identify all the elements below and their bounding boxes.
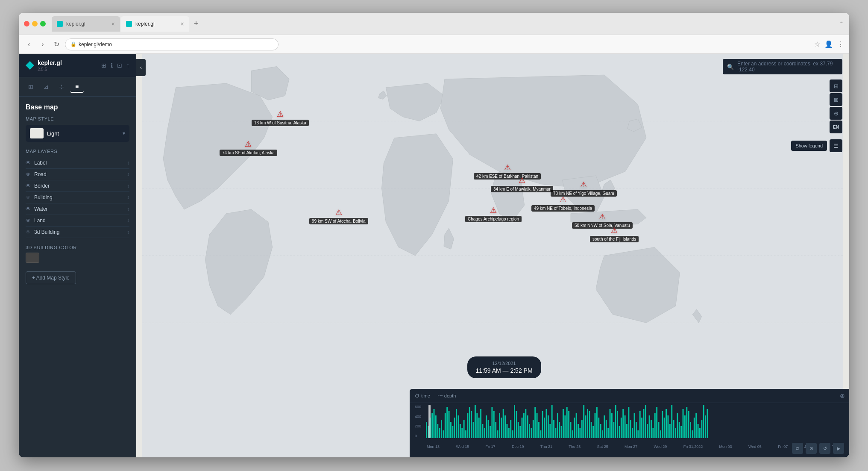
copy-icon[interactable]: ⊡	[117, 62, 122, 69]
legend-toggle-button[interactable]: ☰	[830, 139, 842, 152]
speed-button[interactable]: ⧉	[792, 443, 803, 454]
svg-rect-52	[512, 430, 513, 438]
tab-basemap[interactable]: ≡	[70, 81, 84, 93]
date-label-10: Mon 03	[719, 445, 732, 449]
layer-action-water[interactable]: ↕	[127, 206, 129, 212]
back-button[interactable]: ‹	[24, 41, 34, 48]
map-style-label: Map Style	[26, 116, 129, 121]
svg-rect-84	[572, 430, 573, 438]
svg-rect-81	[566, 407, 568, 438]
layer-eye-road[interactable]: 👁	[26, 171, 31, 177]
map-area[interactable]: ‹	[136, 54, 849, 457]
tab-close-2[interactable]: ×	[181, 21, 184, 27]
tab-close-1[interactable]: ×	[111, 21, 115, 27]
layer-action-3d-building[interactable]: ↕	[127, 229, 129, 235]
svg-rect-65	[537, 413, 538, 438]
layer-eye-border[interactable]: 👁	[26, 183, 31, 189]
layer-action-road[interactable]: ↕	[127, 171, 129, 177]
play-button[interactable]: ▶	[833, 443, 844, 454]
new-tab-button[interactable]: +	[190, 18, 202, 30]
grid-icon[interactable]: ⊞	[101, 62, 106, 69]
svg-rect-44	[497, 430, 499, 438]
clock-icon: ⏱	[415, 393, 419, 398]
close-traffic-light[interactable]	[24, 21, 29, 26]
earthquake-label-1: 74 km SE of Akutan, Alaska	[220, 150, 277, 156]
svg-rect-17	[446, 407, 448, 438]
svg-rect-22	[456, 409, 457, 438]
timeline-expand-button[interactable]: ⊕	[840, 392, 845, 399]
layer-eye-label[interactable]: 👁	[26, 160, 31, 166]
info-icon[interactable]: ℹ	[111, 62, 113, 69]
layer-land: 👁 Land ↕	[26, 215, 129, 227]
svg-rect-128	[654, 413, 656, 438]
svg-rect-118	[636, 422, 637, 438]
reset-button[interactable]: ⊙	[806, 443, 817, 454]
fullscreen-traffic-light[interactable]	[40, 21, 46, 26]
svg-rect-95	[592, 426, 594, 438]
add-map-style-button[interactable]: + Add Map Style	[26, 271, 76, 284]
date-label-8: Wed 29	[654, 445, 667, 449]
browser-tab-2[interactable]: kepler.gl ×	[121, 16, 189, 32]
earthquake-marker-8: ⚠ south of the Fiji Islands	[590, 226, 639, 242]
toggle-panel-button[interactable]: ‹	[136, 59, 146, 76]
forward-button[interactable]: ›	[38, 41, 48, 48]
layer-action-building[interactable]: ↕	[127, 194, 129, 200]
svg-rect-26	[463, 420, 465, 438]
tab-layers[interactable]: ⊞	[24, 81, 38, 93]
svg-rect-54	[516, 411, 517, 438]
earthquake-icon-4: ⚠	[580, 180, 587, 189]
layer-3d-building: 👁 3d Building ↕	[26, 227, 129, 238]
layer-eye-land[interactable]: 👁	[26, 218, 31, 224]
language-button[interactable]: EN	[830, 121, 842, 133]
svg-rect-57	[522, 418, 523, 438]
upload-icon[interactable]: ↑	[126, 62, 129, 69]
layer-action-label[interactable]: ↕	[127, 160, 129, 166]
svg-rect-139	[675, 428, 676, 438]
loop-button[interactable]: ↺	[819, 443, 830, 454]
layer-action-border[interactable]: ↕	[127, 183, 129, 189]
style-preview-swatch	[30, 128, 44, 138]
split-map-button[interactable]: ⊞	[830, 79, 842, 92]
svg-rect-127	[652, 428, 654, 438]
tab-interactions[interactable]: ⊹	[55, 81, 68, 93]
camera-button[interactable]: ⊕	[830, 107, 842, 120]
svg-rect-146	[688, 411, 689, 438]
wave-icon: 〰	[438, 393, 443, 398]
svg-rect-67	[540, 430, 541, 438]
svg-rect-19	[450, 422, 452, 438]
refresh-button[interactable]: ↻	[51, 40, 62, 48]
layer-name-border: Border	[34, 183, 123, 189]
layer-name-water: Water	[34, 206, 123, 212]
y-label-400: 400	[415, 415, 421, 419]
map-style-selector[interactable]: Light ▾	[26, 125, 129, 142]
browser-tab-1[interactable]: kepler.gl ×	[52, 16, 120, 32]
layer-eye-3d-building[interactable]: 👁	[26, 229, 31, 235]
svg-rect-75	[555, 428, 556, 438]
svg-rect-69	[544, 418, 545, 438]
earthquake-marker-9: ⚠ 99 km SW of Atocha, Bolivia	[309, 208, 368, 224]
menu-icon[interactable]: ⋮	[837, 40, 844, 48]
map-layers-button[interactable]: ⊠	[830, 93, 842, 106]
tab-filters[interactable]: ⊿	[39, 81, 53, 93]
svg-rect-20	[452, 426, 453, 438]
layer-eye-building[interactable]: 👁	[26, 194, 31, 200]
color-swatch[interactable]	[26, 253, 39, 263]
address-bar[interactable]: 🔒 kepler.gl/demo	[65, 38, 279, 50]
show-legend-button[interactable]: Show legend	[791, 141, 827, 151]
kepler-version: 2.5.5	[38, 67, 62, 72]
svg-rect-124	[647, 424, 648, 438]
map-search-bar[interactable]: 🔍 Enter an address or coordinates, ex 37…	[723, 59, 842, 74]
layer-action-land[interactable]: ↕	[127, 218, 129, 224]
bookmark-icon[interactable]: ☆	[814, 40, 820, 48]
minimize-traffic-light[interactable]	[32, 21, 38, 26]
user-icon[interactable]: 👤	[824, 40, 833, 48]
layer-eye-water[interactable]: 👁	[26, 206, 31, 212]
earthquake-marker-4: ⚠ 73 km NE of Yigo Village, Guam	[551, 180, 617, 197]
svg-rect-157	[428, 405, 431, 438]
layer-name-road: Road	[34, 171, 123, 177]
earthquake-label-6: Chagos Archipelago region	[465, 216, 522, 222]
timeline-field-time: ⏱ time	[415, 393, 430, 398]
svg-rect-142	[680, 426, 682, 438]
svg-rect-119	[637, 430, 639, 438]
date-label-4: Thu 21	[540, 445, 552, 449]
